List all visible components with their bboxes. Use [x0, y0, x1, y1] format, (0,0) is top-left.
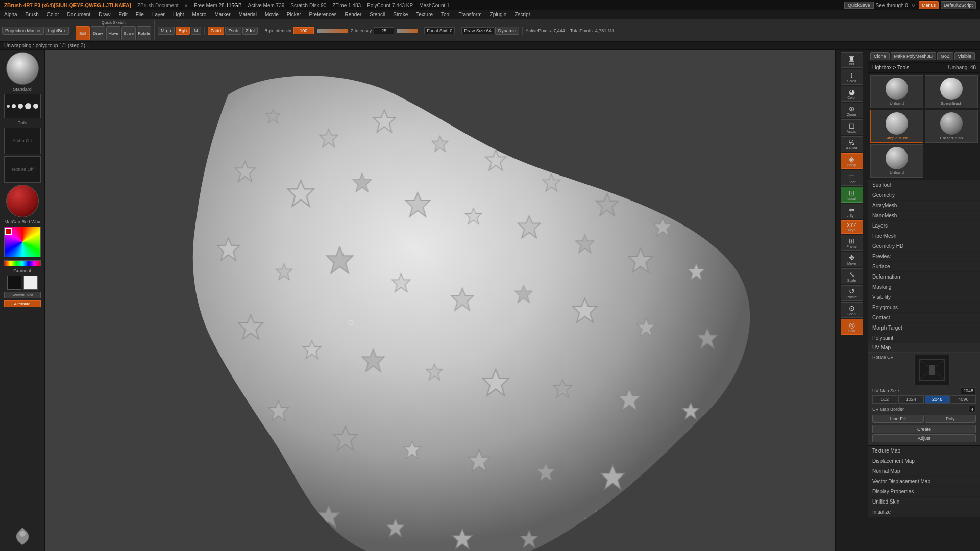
- floor-button[interactable]: ▭ Floor: [841, 170, 863, 186]
- projection-master-button[interactable]: Projection Master: [2, 27, 44, 35]
- uv-size-1024[interactable]: 1024: [898, 395, 923, 404]
- material-ball[interactable]: [6, 185, 39, 217]
- brush-thumb-sperabrush[interactable]: SperaBrush: [925, 75, 978, 108]
- masking-section[interactable]: Masking: [868, 282, 980, 292]
- poly-button[interactable]: Poly: [925, 415, 976, 423]
- move-button[interactable]: Move: [106, 26, 120, 40]
- xyz-button[interactable]: XYZ Xxyz: [841, 220, 863, 234]
- menu-item-color[interactable]: Color: [45, 12, 61, 17]
- brush-thumb-simplebrush[interactable]: SimpleBrush: [870, 110, 923, 143]
- local-button[interactable]: ⊡ Local: [841, 187, 863, 203]
- scroll-button[interactable]: ↕ Scroll: [841, 69, 863, 85]
- geometry-hd-section[interactable]: Geometry HD: [868, 241, 980, 252]
- rotate-tool-button[interactable]: ↺ Rotate: [841, 285, 863, 301]
- layers-section[interactable]: Layers: [868, 221, 980, 231]
- menu-item-movie[interactable]: Movie: [263, 12, 281, 17]
- contact-section[interactable]: Contact: [868, 313, 980, 323]
- menus-button[interactable]: Menus: [919, 1, 939, 9]
- canvas-area[interactable]: [45, 50, 835, 551]
- create-button[interactable]: Create: [872, 425, 976, 433]
- fibermesh-section[interactable]: FiberMesh: [868, 231, 980, 241]
- menu-item-preferences[interactable]: Preferences: [307, 12, 339, 17]
- menu-item-material[interactable]: Material: [237, 12, 259, 17]
- menu-item-zscript[interactable]: Zscript: [512, 12, 532, 17]
- menu-item-edit[interactable]: Edit: [117, 12, 130, 17]
- rgb-intensity-value[interactable]: 100: [293, 27, 314, 34]
- draw-button[interactable]: Draw: [91, 26, 105, 40]
- color-button[interactable]: ◕ Color: [841, 86, 863, 102]
- move-tool-button[interactable]: ✥ Move: [841, 252, 863, 267]
- menu-item-brush[interactable]: Brush: [23, 12, 41, 17]
- displacement-map-section[interactable]: Displacement Map: [868, 456, 980, 466]
- edit-button[interactable]: Edit: [76, 26, 90, 40]
- surface-section[interactable]: Surface: [868, 262, 980, 272]
- menu-item-render[interactable]: Render: [343, 12, 364, 17]
- make-polymesh3d-button[interactable]: Make PolyMesh3D: [891, 52, 937, 60]
- black-swatch[interactable]: [7, 276, 21, 290]
- alpha-preview[interactable]: Alpha Off: [4, 128, 41, 154]
- subtool-section[interactable]: SubTool: [868, 180, 980, 190]
- normal-map-section[interactable]: Normal Map: [868, 466, 980, 477]
- solo-button[interactable]: ◎ Solo: [841, 319, 863, 335]
- menu-item-layer[interactable]: Layer: [150, 12, 167, 17]
- scale-button[interactable]: Scale: [121, 26, 136, 40]
- z-intensity-value[interactable]: 25: [374, 27, 394, 34]
- uv-size-4096[interactable]: 4096: [951, 395, 976, 404]
- polypaint-section[interactable]: Polypaint: [868, 333, 980, 343]
- vector-displacement-section[interactable]: Vector Displacement Map: [868, 477, 980, 487]
- m-button[interactable]: M: [191, 27, 201, 35]
- geometry-section[interactable]: Geometry: [868, 190, 980, 201]
- texture-preview[interactable]: Texture Off: [4, 156, 41, 183]
- white-swatch[interactable]: [23, 276, 38, 290]
- deformation-section[interactable]: Deformation: [868, 272, 980, 282]
- unified-skin-section[interactable]: Unified Skin: [868, 497, 980, 507]
- frame-button[interactable]: ⊞ Frame: [841, 235, 863, 251]
- default-script-button[interactable]: DefaultZScript: [941, 1, 976, 9]
- uv-map-header[interactable]: UV Map: [868, 343, 980, 353]
- focal-shift-value[interactable]: Focal Shift 0: [424, 27, 455, 34]
- nanomesh-section[interactable]: NanoMesh: [868, 211, 980, 221]
- menu-item-file[interactable]: File: [134, 12, 146, 17]
- menu-item-picker[interactable]: Picker: [285, 12, 303, 17]
- quick-save-button[interactable]: QuickSave: [844, 2, 874, 9]
- uv-size-2048[interactable]: 2048: [925, 395, 950, 404]
- zadd-button[interactable]: Zadd: [208, 27, 225, 35]
- zsub-button[interactable]: Zsub: [225, 27, 241, 35]
- lsym-button[interactable]: ⇔ L.Sym: [841, 204, 863, 219]
- rotate-button[interactable]: Rotate: [137, 26, 151, 40]
- menu-item-stencil[interactable]: Stencil: [368, 12, 387, 17]
- dynamic-button[interactable]: Dynamic: [495, 27, 519, 35]
- alternate-button[interactable]: Alternate: [4, 300, 41, 307]
- mrgb-button[interactable]: Mrgb: [158, 27, 175, 35]
- clone-button[interactable]: Clone: [870, 52, 890, 60]
- actual-button[interactable]: ◻ Actual: [841, 119, 863, 135]
- texture-map-section[interactable]: Texture Map: [868, 446, 980, 456]
- menu-item-document[interactable]: Document: [65, 12, 93, 17]
- menu-item-transform[interactable]: Transform: [456, 12, 483, 17]
- rgb-button[interactable]: Rgb: [176, 27, 190, 35]
- visibility-section[interactable]: Visibility: [868, 292, 980, 303]
- menu-item-texture[interactable]: Texture: [414, 12, 435, 17]
- brit-button[interactable]: ▣ Brit: [841, 52, 863, 68]
- preview-section[interactable]: Preview: [868, 252, 980, 262]
- zoom-button[interactable]: ⊕ Zoom: [841, 103, 863, 118]
- polygroups-section[interactable]: Polygroups: [868, 303, 980, 313]
- hue-strip[interactable]: [4, 260, 41, 266]
- scale-tool-button[interactable]: ⤡ Scale: [841, 268, 863, 284]
- brush-thumb-eraserbrush[interactable]: EraserBrush: [925, 110, 978, 143]
- menu-item-stroke[interactable]: Stroke: [391, 12, 410, 17]
- morph-target-section[interactable]: Morph Target: [868, 323, 980, 333]
- uv-size-value[interactable]: 2048: [961, 387, 976, 394]
- dots-preview[interactable]: [4, 94, 41, 118]
- lightbox-button[interactable]: LightBox: [45, 27, 69, 35]
- visible-button[interactable]: Visible: [954, 52, 975, 60]
- menu-item-marker[interactable]: Marker: [212, 12, 232, 17]
- brush-preview[interactable]: [6, 52, 39, 85]
- uv-border-value[interactable]: 4: [968, 406, 976, 413]
- goz-button[interactable]: GoZ: [937, 52, 953, 60]
- draw-size-value[interactable]: Draw Size 64: [461, 27, 494, 34]
- menu-item-draw[interactable]: Draw: [96, 12, 112, 17]
- viewport-3d[interactable]: [45, 50, 835, 551]
- snap-button[interactable]: ⊙ Snap: [841, 302, 863, 318]
- line-fill-button[interactable]: Line Fill: [872, 415, 924, 423]
